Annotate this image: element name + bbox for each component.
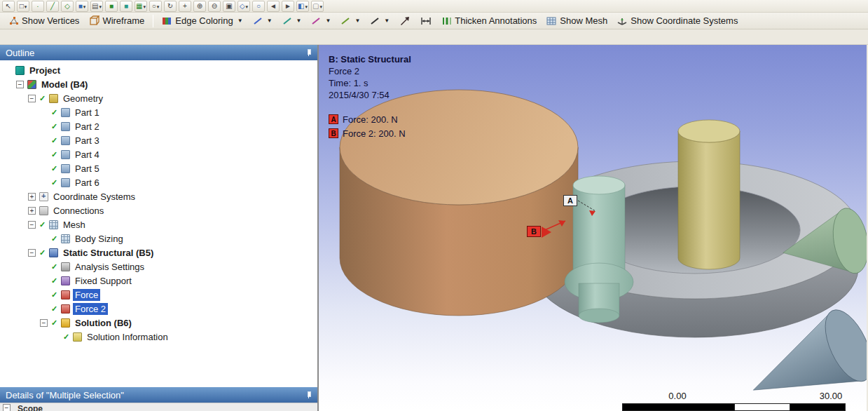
sphere-tool-icon[interactable]: ○▾ xyxy=(149,1,162,12)
fit-view-icon[interactable]: ◇▾ xyxy=(237,1,250,12)
direction-arrow-icon xyxy=(399,15,411,27)
minus-box[interactable]: − xyxy=(28,95,36,102)
tree-item-label[interactable]: Part 3 xyxy=(73,135,102,147)
tree-item-part-3[interactable]: ✓Part 3 xyxy=(0,133,317,147)
tree-item-geometry[interactable]: −✓Geometry xyxy=(0,91,317,105)
annotation-scale-button[interactable] xyxy=(416,14,436,28)
edge-option-1-button[interactable]: ▼ xyxy=(249,14,277,28)
new-page-icon[interactable]: ▢▾ xyxy=(311,1,324,12)
minus-box[interactable]: − xyxy=(40,319,48,327)
tree-item-project[interactable]: Project xyxy=(0,63,317,77)
plus-box[interactable]: + xyxy=(28,207,36,215)
minus-box[interactable]: − xyxy=(28,221,36,229)
tree-item-label[interactable]: Solution Information xyxy=(85,331,170,343)
pin-icon[interactable] xyxy=(305,391,312,398)
tree-item-label[interactable]: Coordinate Systems xyxy=(51,191,137,203)
edge-option-5-button[interactable]: ▼ xyxy=(366,14,394,28)
support-icon xyxy=(61,276,70,285)
model-marker-b[interactable]: B xyxy=(527,226,541,237)
tree-item-label[interactable]: Static Structural (B5) xyxy=(61,247,156,259)
legend-text-b: Force 2: 200. N xyxy=(343,128,406,139)
tree-item-mesh[interactable]: −✓Mesh xyxy=(0,217,317,231)
teal-cube-icon[interactable]: ■ xyxy=(120,1,132,12)
tree-item-label[interactable]: Body Sizing xyxy=(73,233,125,245)
show-mesh-button[interactable]: Show Mesh xyxy=(542,13,612,28)
tree-item-label[interactable]: Part 6 xyxy=(73,177,102,189)
body-filter-icon[interactable]: ■▾ xyxy=(76,1,88,12)
show-vertices-button[interactable]: Show Vertices xyxy=(4,13,83,28)
tree-item-label[interactable]: Force 2 xyxy=(73,303,108,315)
check-icon: ✓ xyxy=(51,318,60,328)
wireframe-button[interactable]: Wireframe xyxy=(85,13,149,28)
thicken-annotations-button[interactable]: Thicken Annotations xyxy=(437,13,541,28)
minus-box[interactable]: − xyxy=(28,249,36,257)
edge-option-2-button[interactable]: ▼ xyxy=(278,14,306,28)
graphics-viewport[interactable]: B: Static Structural Force 2 Time: 1. s … xyxy=(319,45,867,411)
tree-item-body-sizing[interactable]: ✓Body Sizing xyxy=(0,231,317,245)
tree-item-part-6[interactable]: ✓Part 6 xyxy=(0,175,317,189)
tree-item-connections[interactable]: +Connections xyxy=(0,203,317,217)
pin-icon[interactable] xyxy=(305,49,312,56)
tree-item-solution-b6[interactable]: −✓Solution (B6) xyxy=(0,316,317,330)
edge-coloring-button[interactable]: Edge Coloring ▼ xyxy=(158,13,247,28)
zoom-out-tool-icon[interactable]: ⊖ xyxy=(208,1,221,12)
tree-item-solution-information[interactable]: ✓Solution Information xyxy=(0,330,317,344)
part-icon xyxy=(61,108,70,117)
tree-item-label[interactable]: Fixed Support xyxy=(73,275,134,287)
minus-box[interactable]: − xyxy=(16,81,24,88)
tree-item-coordinate-systems[interactable]: +Coordinate Systems xyxy=(0,189,317,203)
result-time: Time: 1. s xyxy=(329,77,411,89)
yellow-cylinder-part[interactable] xyxy=(678,120,740,269)
tree-item-label[interactable]: Part 2 xyxy=(73,121,102,133)
grid-cube-icon[interactable]: ▦▾ xyxy=(135,1,147,12)
csys-icon xyxy=(39,192,48,201)
extend-selection-icon[interactable]: ▤▾ xyxy=(90,1,103,12)
green-cube-icon[interactable]: ■ xyxy=(105,1,118,12)
tree-item-label[interactable]: Part 4 xyxy=(73,149,102,161)
zoom-in-tool-icon[interactable]: ⊕ xyxy=(193,1,206,12)
tree-item-label[interactable]: Mesh xyxy=(61,219,88,231)
tree-item-force[interactable]: ✓Force xyxy=(0,288,317,302)
tree-item-model-b4[interactable]: −Model (B4) xyxy=(0,77,317,91)
edge-option-4-button[interactable]: ▼ xyxy=(336,14,364,28)
tree-item-label[interactable]: Part 1 xyxy=(73,107,102,119)
vertex-filter-icon[interactable]: ∙ xyxy=(32,1,44,12)
tree-item-part-2[interactable]: ✓Part 2 xyxy=(0,119,317,133)
check-icon: ✓ xyxy=(51,164,60,173)
next-view-icon[interactable]: ► xyxy=(282,1,294,12)
pan-tool-icon[interactable]: + xyxy=(179,1,191,12)
tree-item-label[interactable]: Part 5 xyxy=(73,163,102,175)
tree-item-part-1[interactable]: ✓Part 1 xyxy=(0,105,317,119)
minus-box[interactable]: − xyxy=(3,404,11,411)
tree-item-label[interactable]: Model (B4) xyxy=(39,79,90,90)
tree-item-label[interactable]: Connections xyxy=(51,205,106,217)
plus-box[interactable]: + xyxy=(28,193,36,201)
scale-min-label: 0.00 xyxy=(662,391,693,401)
box-select-icon[interactable]: □▾ xyxy=(17,1,29,12)
edge-option-3-button[interactable]: ▼ xyxy=(307,14,335,28)
edge-filter-icon[interactable]: ╱ xyxy=(46,1,59,12)
show-coordinate-systems-button[interactable]: Show Coordinate Systems xyxy=(613,13,742,28)
tree-item-part-4[interactable]: ✓Part 4 xyxy=(0,147,317,161)
tree-item-label[interactable]: Analysis Settings xyxy=(73,261,146,273)
tree-item-force-2[interactable]: ✓Force 2 xyxy=(0,302,317,316)
isometric-view-icon[interactable]: ◧▾ xyxy=(296,1,309,12)
details-scope-row[interactable]: − Scope xyxy=(0,403,317,411)
tree-item-label[interactable]: Geometry xyxy=(61,93,105,105)
tree-item-analysis-settings[interactable]: ✓Analysis Settings xyxy=(0,260,317,274)
tree-item-label[interactable]: Project xyxy=(27,65,62,76)
direction-arrow-button[interactable] xyxy=(395,13,415,29)
magnifier-icon[interactable]: ○ xyxy=(252,1,265,12)
box-zoom-tool-icon[interactable]: ▣ xyxy=(223,1,235,12)
tree-item-static-structural-b5[interactable]: −✓Static Structural (B5) xyxy=(0,245,317,260)
tree-item-part-5[interactable]: ✓Part 5 xyxy=(0,161,317,175)
previous-view-icon[interactable]: ◄ xyxy=(267,1,280,12)
model-marker-a[interactable]: A xyxy=(563,195,577,206)
tree-item-fixed-support[interactable]: ✓Fixed Support xyxy=(0,274,317,288)
rotate-tool-icon[interactable]: ↻ xyxy=(164,1,177,12)
pointer-tool-icon[interactable]: ↖ xyxy=(2,1,15,12)
tree-item-label[interactable]: Solution (B6) xyxy=(73,317,134,329)
scale-ruler xyxy=(622,403,846,411)
tree-item-label[interactable]: Force xyxy=(73,289,100,301)
face-filter-icon[interactable]: ◇ xyxy=(61,1,74,12)
